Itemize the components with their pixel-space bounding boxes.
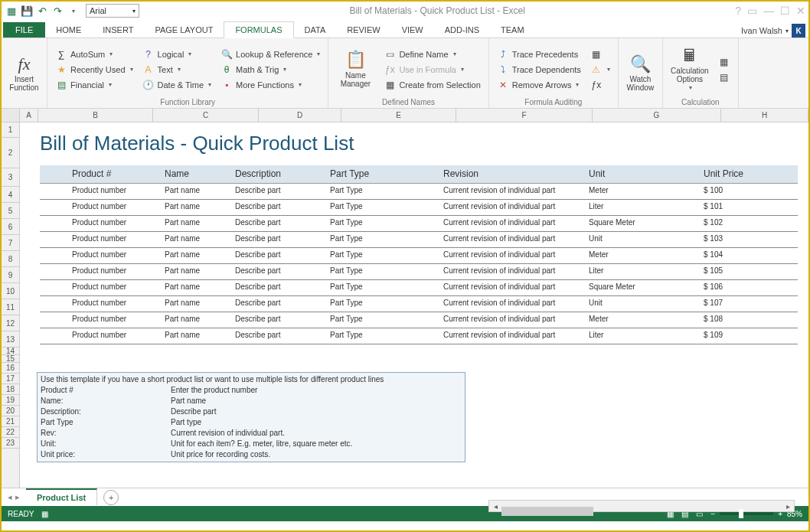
col-e[interactable]: E: [341, 109, 456, 122]
col-c[interactable]: C: [153, 109, 259, 122]
table-row[interactable]: Product numberPart nameDescribe partPart…: [40, 312, 798, 328]
tab-formulas[interactable]: FORMULAS: [224, 21, 293, 38]
row-6[interactable]: 6: [2, 219, 19, 235]
save-icon[interactable]: 💾: [20, 4, 34, 18]
tab-nav-first-icon[interactable]: ◂: [8, 492, 12, 502]
undo-icon[interactable]: ↶: [35, 4, 49, 18]
create-from-selection-button[interactable]: ▦Create from Selection: [381, 78, 483, 92]
redo-icon[interactable]: ↷: [51, 4, 64, 18]
help-icon[interactable]: ?: [735, 5, 741, 17]
tab-nav-last-icon[interactable]: ▸: [15, 492, 20, 502]
more-functions-button[interactable]: ▪More Functions: [217, 78, 323, 92]
col-a[interactable]: A: [20, 109, 38, 122]
financial-button[interactable]: ▤Financial: [52, 78, 136, 92]
trace-dependents-button[interactable]: ⤵Trace Dependents: [494, 63, 584, 77]
table-row[interactable]: Product numberPart nameDescribe partPart…: [40, 328, 798, 344]
maximize-icon[interactable]: ☐: [780, 5, 790, 17]
row-13[interactable]: 13: [2, 331, 19, 348]
col-g[interactable]: G: [593, 109, 721, 122]
col-d[interactable]: D: [259, 109, 341, 122]
row-4[interactable]: 4: [2, 187, 19, 203]
row-22[interactable]: 22: [2, 427, 19, 438]
row-19[interactable]: 19: [2, 395, 19, 406]
close-icon[interactable]: ✕: [796, 5, 805, 17]
user-account[interactable]: Ivan Walsh▾ K: [741, 24, 805, 38]
qat-customize-icon[interactable]: [66, 4, 80, 18]
row-5[interactable]: 5: [2, 203, 19, 219]
add-sheet-button[interactable]: +: [103, 490, 119, 505]
row-3[interactable]: 3: [2, 168, 19, 187]
tab-home[interactable]: HOME: [45, 22, 92, 38]
tab-page-layout[interactable]: PAGE LAYOUT: [144, 22, 224, 38]
row-18[interactable]: 18: [2, 384, 19, 395]
row-2[interactable]: 2: [2, 138, 19, 168]
table-row[interactable]: Product numberPart nameDescribe partPart…: [40, 264, 798, 280]
evaluate-formula-button[interactable]: ƒx: [587, 78, 613, 92]
minimize-icon[interactable]: —: [763, 5, 774, 17]
table-row[interactable]: Product numberPart nameDescribe partPart…: [40, 248, 798, 264]
help-box: Use this template if you have a short pr…: [37, 372, 465, 462]
scroll-left-icon[interactable]: ◂: [489, 502, 501, 511]
tab-view[interactable]: VIEW: [391, 22, 434, 38]
table-row[interactable]: Product numberPart nameDescribe partPart…: [40, 184, 798, 200]
row-21[interactable]: 21: [2, 416, 19, 427]
macro-record-icon[interactable]: ▦: [41, 510, 48, 518]
col-b[interactable]: B: [38, 109, 153, 122]
row-1[interactable]: 1: [2, 122, 19, 138]
tab-team[interactable]: TEAM: [490, 22, 535, 38]
row-12[interactable]: 12: [2, 315, 19, 331]
text-button[interactable]: AText: [139, 63, 215, 77]
tab-insert[interactable]: INSERT: [92, 22, 144, 38]
error-checking-button[interactable]: ⚠: [587, 63, 613, 77]
watch-window-button[interactable]: 🔍 Watch Window: [623, 41, 658, 106]
date-time-button[interactable]: 🕐Date & Time: [139, 78, 215, 92]
col-h[interactable]: H: [721, 109, 808, 122]
scroll-thumb[interactable]: [501, 507, 593, 516]
table-row[interactable]: Product numberPart nameDescribe partPart…: [40, 200, 798, 216]
tab-data[interactable]: DATA: [294, 22, 337, 38]
use-in-formula-button[interactable]: ƒxUse in Formula: [381, 63, 483, 77]
calculate-sheet-button[interactable]: ▤: [715, 70, 733, 84]
row-23[interactable]: 23: [2, 438, 19, 449]
help-line: Name:Part name: [41, 396, 462, 406]
calculation-options-button[interactable]: 🖩 Calculation Options: [668, 41, 712, 97]
table-row[interactable]: Product numberPart nameDescribe partPart…: [40, 296, 798, 312]
col-f[interactable]: F: [456, 109, 593, 122]
row-20[interactable]: 20: [2, 406, 19, 416]
math-trig-button[interactable]: θMath & Trig: [217, 63, 323, 77]
recently-used-button[interactable]: ★Recently Used: [52, 63, 136, 77]
row-10[interactable]: 10: [2, 283, 19, 299]
show-formulas-button[interactable]: ▦: [587, 47, 613, 61]
theta-icon: θ: [220, 64, 233, 76]
table-row[interactable]: Product numberPart nameDescribe partPart…: [40, 280, 798, 296]
row-17[interactable]: 17: [2, 374, 19, 384]
horizontal-scrollbar[interactable]: ◂ ▸: [488, 500, 795, 512]
autosum-button[interactable]: ∑AutoSum: [52, 47, 136, 61]
sheet-area[interactable]: Bill of Materials - Quick Product List P…: [20, 122, 808, 488]
row-7[interactable]: 7: [2, 235, 19, 251]
ribbon-display-icon[interactable]: ▭: [747, 5, 757, 17]
tab-file[interactable]: FILE: [3, 22, 45, 38]
trace-precedents-button[interactable]: ⤴Trace Precedents: [494, 47, 584, 61]
remove-arrows-button[interactable]: ✕Remove Arrows: [494, 78, 584, 92]
define-name-button[interactable]: ▭Define Name: [381, 47, 483, 61]
table-row[interactable]: Product numberPart nameDescribe partPart…: [40, 232, 798, 248]
tab-review[interactable]: REVIEW: [336, 22, 390, 38]
logical-button[interactable]: ?Logical: [139, 47, 215, 61]
row-15[interactable]: 15: [2, 355, 19, 363]
table-row[interactable]: Product numberPart nameDescribe partPart…: [40, 216, 798, 232]
name-manager-button[interactable]: 📋 Name Manager: [333, 41, 377, 97]
row-9[interactable]: 9: [2, 267, 19, 283]
scroll-right-icon[interactable]: ▸: [782, 502, 794, 511]
row-11[interactable]: 11: [2, 299, 19, 315]
insert-function-button[interactable]: fx Insert Function: [6, 41, 42, 106]
error-icon: ⚠: [590, 64, 603, 76]
row-16[interactable]: 16: [2, 363, 19, 374]
select-all-cell[interactable]: [2, 109, 20, 122]
sheet-tab-product-list[interactable]: Product List: [26, 488, 97, 505]
calculate-now-button[interactable]: ▦: [715, 55, 733, 69]
font-selector[interactable]: Arial▾: [86, 4, 139, 18]
lookup-button[interactable]: 🔍Lookup & Reference: [217, 47, 323, 61]
tab-addins[interactable]: ADD-INS: [434, 22, 490, 38]
row-8[interactable]: 8: [2, 251, 19, 267]
